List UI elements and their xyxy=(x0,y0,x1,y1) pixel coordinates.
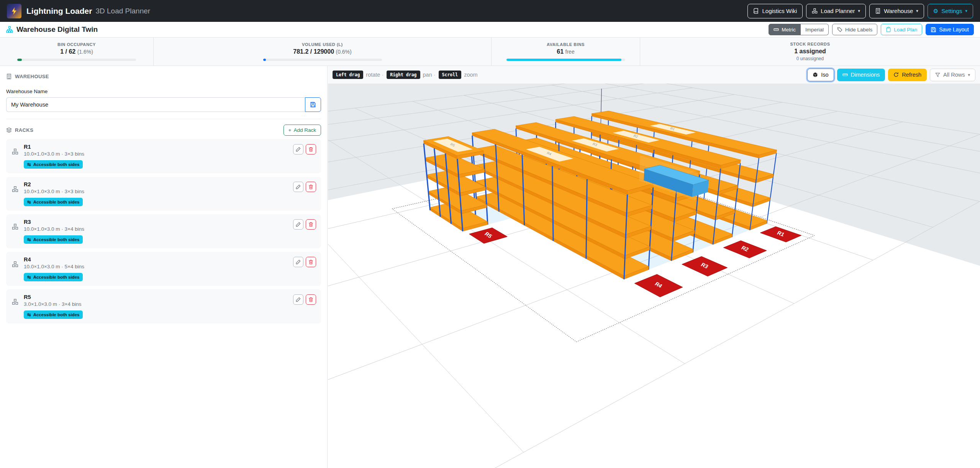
rack-name: R3 xyxy=(24,219,316,225)
rack-dimensions: 10.0×1.0×3.0 m · 3×3 bins xyxy=(24,189,316,194)
load-plan-button[interactable]: Load Plan xyxy=(881,24,922,35)
load-planner-app: Lightning Loader 3D Load Planner Logisti… xyxy=(0,0,980,468)
edit-rack-button[interactable] xyxy=(293,294,303,305)
stat-stock-records: STOCK RECORDS 1 assigned 0 unassigned xyxy=(640,38,980,66)
delete-rack-button[interactable] xyxy=(306,294,316,305)
dimensions-button[interactable]: Dimensions xyxy=(837,69,885,81)
cube-icon xyxy=(813,72,818,77)
refresh-icon xyxy=(893,72,899,77)
lightning-icon xyxy=(10,7,18,15)
app-logo xyxy=(7,4,21,18)
stack-icon xyxy=(6,127,12,133)
rack-card-r3: R3 10.0×1.0×3.0 m · 3×4 bins ⇆Accessible… xyxy=(6,214,321,248)
rack-card-r2: R2 10.0×1.0×3.0 m · 3×3 bins ⇆Accessible… xyxy=(6,177,321,211)
clipboard-icon xyxy=(886,27,891,32)
rack-card-r4: R4 10.0×1.0×3.0 m · 5×4 bins ⇆Accessible… xyxy=(6,252,321,286)
sidebar: WAREHOUSE Warehouse Name RACKS + Add Rac… xyxy=(0,66,328,468)
chevron-down-icon: ▾ xyxy=(916,8,918,13)
warehouse-name-input[interactable] xyxy=(6,97,305,112)
rack-name: R2 xyxy=(24,181,316,187)
floppy-icon xyxy=(931,27,936,33)
hint-pan: Right dragpan xyxy=(387,71,438,79)
add-rack-button[interactable]: + Add Rack xyxy=(284,125,321,136)
scene-canvas[interactable]: R1R1R2R2R3R3R4R4R5R5 xyxy=(328,84,980,468)
sidebar-divider xyxy=(6,119,321,119)
rack-name: R1 xyxy=(24,144,316,150)
iso-view-button[interactable]: Iso xyxy=(807,69,834,81)
gear-icon: ⚙ xyxy=(933,8,938,14)
metric-button[interactable]: Metric xyxy=(769,24,801,35)
boxes-icon xyxy=(12,148,18,155)
accessibility-badge: ⇆Accessible both sides xyxy=(24,198,83,206)
rack-name: R4 xyxy=(24,256,316,263)
load-planner-menu-button[interactable]: Load Planner ▾ xyxy=(806,4,866,18)
floppy-icon xyxy=(310,102,316,108)
rack-dimensions: 10.0×1.0×3.0 m · 5×4 bins xyxy=(24,264,316,269)
warehouse-menu-button[interactable]: Warehouse ▾ xyxy=(869,4,924,18)
warehouse-3d-scene[interactable]: R1R1R2R2R3R3R4R4R5R5 xyxy=(328,84,980,468)
brand-subtitle: 3D Load Planner xyxy=(95,7,150,15)
swap-arrows-icon: ⇆ xyxy=(27,162,31,167)
accessibility-badge: ⇆Accessible both sides xyxy=(24,310,83,319)
ruler-icon xyxy=(842,72,848,77)
bin-occupancy-progress xyxy=(17,59,136,61)
edit-rack-button[interactable] xyxy=(293,257,303,267)
swap-arrows-icon: ⇆ xyxy=(27,199,31,205)
accessibility-badge: ⇆Accessible both sides xyxy=(24,160,83,169)
racks-section-header: RACKS + Add Rack xyxy=(6,125,321,136)
page-title: Warehouse Digital Twin xyxy=(6,25,98,34)
edit-rack-button[interactable] xyxy=(293,144,303,154)
boxes-icon xyxy=(12,299,18,305)
unit-toggle: Metric Imperial xyxy=(769,24,829,35)
delete-rack-button[interactable] xyxy=(306,257,316,267)
building-icon xyxy=(6,74,12,79)
available-bins-progress xyxy=(506,59,625,61)
viewport-toolbar: Left dragrotate Right dragpan Scrollzoom… xyxy=(328,66,980,84)
ruler-icon xyxy=(774,27,779,32)
warehouse-name-group xyxy=(6,97,321,112)
delete-rack-button[interactable] xyxy=(306,219,316,230)
accessibility-badge: ⇆Accessible both sides xyxy=(24,273,83,281)
delete-rack-button[interactable] xyxy=(306,144,316,154)
swap-arrows-icon: ⇆ xyxy=(27,237,31,242)
rack-dimensions: 10.0×1.0×3.0 m · 3×3 bins xyxy=(24,151,316,157)
boxes-icon xyxy=(812,8,818,14)
logistics-wiki-button[interactable]: Logistics Wiki xyxy=(747,4,803,18)
book-icon xyxy=(753,8,759,14)
edit-rack-button[interactable] xyxy=(293,219,303,230)
brand-title: Lightning Loader xyxy=(26,7,92,16)
warehouse-section-header: WAREHOUSE xyxy=(6,74,321,79)
settings-menu-button[interactable]: ⚙ Settings ▾ xyxy=(928,4,973,18)
boxes-icon xyxy=(12,261,18,268)
top-navbar: Lightning Loader 3D Load Planner Logisti… xyxy=(0,0,980,22)
rack-dimensions: 10.0×1.0×3.0 m · 3×4 bins xyxy=(24,226,316,232)
stat-volume-used: VOLUME USED (L) 781.2 / 129000 (0.6%) xyxy=(153,38,491,66)
header-actions: Metric Imperial Hide Labels Load Plan xyxy=(769,24,974,35)
refresh-button[interactable]: Refresh xyxy=(888,69,927,81)
edit-rack-button[interactable] xyxy=(293,182,303,192)
chevron-down-icon: ▾ xyxy=(965,8,967,13)
boxes-icon xyxy=(12,223,18,230)
viewport-3d: Left dragrotate Right dragpan Scrollzoom… xyxy=(328,66,980,468)
funnel-icon xyxy=(935,72,940,77)
boxes-icon xyxy=(12,186,18,192)
swap-arrows-icon: ⇆ xyxy=(27,274,31,280)
navbar-actions: Logistics Wiki Load Planner ▾ Warehouse … xyxy=(747,4,973,18)
delete-rack-button[interactable] xyxy=(306,182,316,192)
row-filter-button[interactable]: All Rows ▾ xyxy=(930,69,975,81)
save-layout-button[interactable]: Save Layout xyxy=(926,24,974,35)
volume-used-progress xyxy=(263,59,382,61)
tag-icon xyxy=(837,27,842,32)
rack-name: R5 xyxy=(24,294,316,300)
page-header: Warehouse Digital Twin Metric Imperial H… xyxy=(0,22,980,38)
hint-rotate: Left dragrotate xyxy=(333,71,387,79)
hide-labels-button[interactable]: Hide Labels xyxy=(832,24,877,35)
imperial-button[interactable]: Imperial xyxy=(801,24,829,35)
stat-bin-occupancy: BIN OCCUPANCY 1 / 62 (1.6%) xyxy=(0,38,153,66)
building-icon xyxy=(875,8,881,14)
save-name-button[interactable] xyxy=(305,97,321,112)
chevron-down-icon: ▾ xyxy=(968,72,970,77)
rack-card-r5: R5 3.0×1.0×3.0 m · 3×4 bins ⇆Accessible … xyxy=(6,289,321,323)
stats-bar: BIN OCCUPANCY 1 / 62 (1.6%) VOLUME USED … xyxy=(0,38,980,66)
swap-arrows-icon: ⇆ xyxy=(27,312,31,317)
